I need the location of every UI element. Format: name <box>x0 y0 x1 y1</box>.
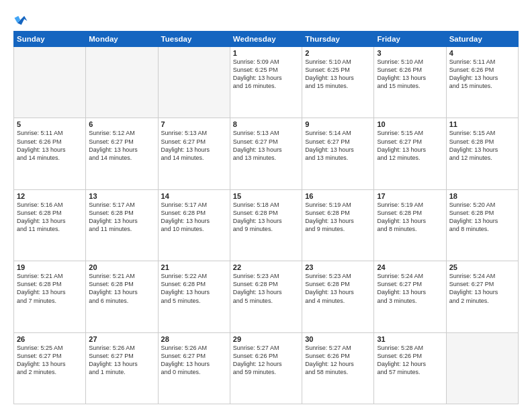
calendar-cell: 31Sunrise: 5:28 AM Sunset: 6:26 PM Dayli… <box>374 332 446 404</box>
week-row-5: 26Sunrise: 5:25 AM Sunset: 6:27 PM Dayli… <box>14 332 519 404</box>
header <box>13 12 519 27</box>
day-info: Sunrise: 5:24 AM Sunset: 6:27 PM Dayligh… <box>449 272 515 305</box>
day-info: Sunrise: 5:23 AM Sunset: 6:28 PM Dayligh… <box>305 272 371 305</box>
day-number: 24 <box>377 263 443 271</box>
weekday-tuesday: Tuesday <box>158 32 230 47</box>
calendar-cell: 24Sunrise: 5:24 AM Sunset: 6:27 PM Dayli… <box>374 261 446 332</box>
weekday-sunday: Sunday <box>14 32 86 47</box>
calendar-cell <box>158 47 230 118</box>
calendar-cell: 16Sunrise: 5:19 AM Sunset: 6:28 PM Dayli… <box>302 189 374 261</box>
calendar-cell: 5Sunrise: 5:11 AM Sunset: 6:26 PM Daylig… <box>14 118 86 189</box>
weekday-friday: Friday <box>374 32 446 47</box>
calendar-cell: 9Sunrise: 5:14 AM Sunset: 6:27 PM Daylig… <box>302 118 374 189</box>
day-number: 22 <box>233 263 299 271</box>
day-number: 27 <box>89 335 154 343</box>
day-number: 15 <box>233 192 299 200</box>
calendar-cell <box>14 47 86 118</box>
day-number: 21 <box>161 263 227 271</box>
weekday-header-row: SundayMondayTuesdayWednesdayThursdayFrid… <box>14 32 519 47</box>
day-info: Sunrise: 5:26 AM Sunset: 6:27 PM Dayligh… <box>161 344 227 377</box>
calendar-cell: 6Sunrise: 5:12 AM Sunset: 6:27 PM Daylig… <box>86 118 158 189</box>
day-info: Sunrise: 5:14 AM Sunset: 6:27 PM Dayligh… <box>305 129 371 162</box>
day-number: 14 <box>161 192 227 200</box>
day-number: 31 <box>377 335 443 343</box>
calendar-cell: 3Sunrise: 5:10 AM Sunset: 6:26 PM Daylig… <box>374 47 446 118</box>
day-info: Sunrise: 5:19 AM Sunset: 6:28 PM Dayligh… <box>305 201 371 234</box>
day-number: 2 <box>305 49 371 57</box>
calendar-cell: 8Sunrise: 5:13 AM Sunset: 6:27 PM Daylig… <box>230 118 302 189</box>
day-info: Sunrise: 5:27 AM Sunset: 6:26 PM Dayligh… <box>305 344 371 377</box>
day-number: 28 <box>161 335 227 343</box>
day-number: 20 <box>89 263 154 271</box>
calendar-cell: 25Sunrise: 5:24 AM Sunset: 6:27 PM Dayli… <box>446 261 518 332</box>
day-info: Sunrise: 5:19 AM Sunset: 6:28 PM Dayligh… <box>377 201 443 234</box>
day-number: 8 <box>233 120 299 128</box>
day-number: 29 <box>233 335 299 343</box>
day-info: Sunrise: 5:25 AM Sunset: 6:27 PM Dayligh… <box>17 344 83 377</box>
day-info: Sunrise: 5:26 AM Sunset: 6:27 PM Dayligh… <box>89 344 154 377</box>
logo <box>13 12 34 27</box>
day-info: Sunrise: 5:21 AM Sunset: 6:28 PM Dayligh… <box>89 272 154 305</box>
day-info: Sunrise: 5:23 AM Sunset: 6:28 PM Dayligh… <box>233 272 299 305</box>
calendar-cell: 1Sunrise: 5:09 AM Sunset: 6:25 PM Daylig… <box>230 47 302 118</box>
day-number: 13 <box>89 192 154 200</box>
week-row-4: 19Sunrise: 5:21 AM Sunset: 6:28 PM Dayli… <box>14 261 519 332</box>
day-number: 23 <box>305 263 371 271</box>
calendar-cell: 11Sunrise: 5:15 AM Sunset: 6:28 PM Dayli… <box>446 118 518 189</box>
calendar-cell: 23Sunrise: 5:23 AM Sunset: 6:28 PM Dayli… <box>302 261 374 332</box>
day-info: Sunrise: 5:11 AM Sunset: 6:26 PM Dayligh… <box>17 129 83 162</box>
day-info: Sunrise: 5:11 AM Sunset: 6:26 PM Dayligh… <box>449 58 515 91</box>
day-number: 6 <box>89 120 154 128</box>
day-info: Sunrise: 5:28 AM Sunset: 6:26 PM Dayligh… <box>377 344 443 377</box>
calendar-cell: 13Sunrise: 5:17 AM Sunset: 6:28 PM Dayli… <box>86 189 158 261</box>
day-info: Sunrise: 5:21 AM Sunset: 6:28 PM Dayligh… <box>17 272 83 305</box>
day-number: 17 <box>377 192 443 200</box>
weekday-wednesday: Wednesday <box>230 32 302 47</box>
day-info: Sunrise: 5:18 AM Sunset: 6:28 PM Dayligh… <box>233 201 299 234</box>
logo-area <box>13 12 34 27</box>
day-number: 18 <box>449 192 515 200</box>
day-info: Sunrise: 5:15 AM Sunset: 6:27 PM Dayligh… <box>377 129 443 162</box>
calendar-cell: 29Sunrise: 5:27 AM Sunset: 6:26 PM Dayli… <box>230 332 302 404</box>
day-number: 3 <box>377 49 443 57</box>
day-number: 10 <box>377 120 443 128</box>
calendar-cell: 7Sunrise: 5:13 AM Sunset: 6:27 PM Daylig… <box>158 118 230 189</box>
calendar-cell: 19Sunrise: 5:21 AM Sunset: 6:28 PM Dayli… <box>14 261 86 332</box>
day-info: Sunrise: 5:12 AM Sunset: 6:27 PM Dayligh… <box>89 129 154 162</box>
calendar-cell: 4Sunrise: 5:11 AM Sunset: 6:26 PM Daylig… <box>446 47 518 118</box>
calendar-cell <box>86 47 158 118</box>
calendar-cell: 22Sunrise: 5:23 AM Sunset: 6:28 PM Dayli… <box>230 261 302 332</box>
day-number: 11 <box>449 120 515 128</box>
day-info: Sunrise: 5:10 AM Sunset: 6:26 PM Dayligh… <box>377 58 443 91</box>
day-number: 7 <box>161 120 227 128</box>
day-info: Sunrise: 5:16 AM Sunset: 6:28 PM Dayligh… <box>17 201 83 234</box>
day-number: 26 <box>17 335 83 343</box>
day-info: Sunrise: 5:27 AM Sunset: 6:26 PM Dayligh… <box>233 344 299 377</box>
day-info: Sunrise: 5:09 AM Sunset: 6:25 PM Dayligh… <box>233 58 299 91</box>
weekday-saturday: Saturday <box>446 32 518 47</box>
day-info: Sunrise: 5:22 AM Sunset: 6:28 PM Dayligh… <box>161 272 227 305</box>
calendar-cell: 26Sunrise: 5:25 AM Sunset: 6:27 PM Dayli… <box>14 332 86 404</box>
calendar-table: SundayMondayTuesdayWednesdayThursdayFrid… <box>13 31 519 404</box>
weekday-thursday: Thursday <box>302 32 374 47</box>
page: SundayMondayTuesdayWednesdayThursdayFrid… <box>0 0 532 411</box>
calendar-cell: 10Sunrise: 5:15 AM Sunset: 6:27 PM Dayli… <box>374 118 446 189</box>
day-number: 9 <box>305 120 371 128</box>
calendar-cell: 12Sunrise: 5:16 AM Sunset: 6:28 PM Dayli… <box>14 189 86 261</box>
day-number: 1 <box>233 49 299 57</box>
week-row-1: 1Sunrise: 5:09 AM Sunset: 6:25 PM Daylig… <box>14 47 519 118</box>
day-info: Sunrise: 5:13 AM Sunset: 6:27 PM Dayligh… <box>161 129 227 162</box>
calendar-cell: 14Sunrise: 5:17 AM Sunset: 6:28 PM Dayli… <box>158 189 230 261</box>
calendar-cell: 15Sunrise: 5:18 AM Sunset: 6:28 PM Dayli… <box>230 189 302 261</box>
day-number: 12 <box>17 192 83 200</box>
calendar-cell: 20Sunrise: 5:21 AM Sunset: 6:28 PM Dayli… <box>86 261 158 332</box>
calendar-cell: 2Sunrise: 5:10 AM Sunset: 6:25 PM Daylig… <box>302 47 374 118</box>
day-number: 4 <box>449 49 515 57</box>
week-row-3: 12Sunrise: 5:16 AM Sunset: 6:28 PM Dayli… <box>14 189 519 261</box>
calendar-cell: 28Sunrise: 5:26 AM Sunset: 6:27 PM Dayli… <box>158 332 230 404</box>
day-info: Sunrise: 5:10 AM Sunset: 6:25 PM Dayligh… <box>305 58 371 91</box>
day-info: Sunrise: 5:17 AM Sunset: 6:28 PM Dayligh… <box>161 201 227 234</box>
day-number: 25 <box>449 263 515 271</box>
calendar-cell: 27Sunrise: 5:26 AM Sunset: 6:27 PM Dayli… <box>86 332 158 404</box>
day-info: Sunrise: 5:20 AM Sunset: 6:28 PM Dayligh… <box>449 201 515 234</box>
